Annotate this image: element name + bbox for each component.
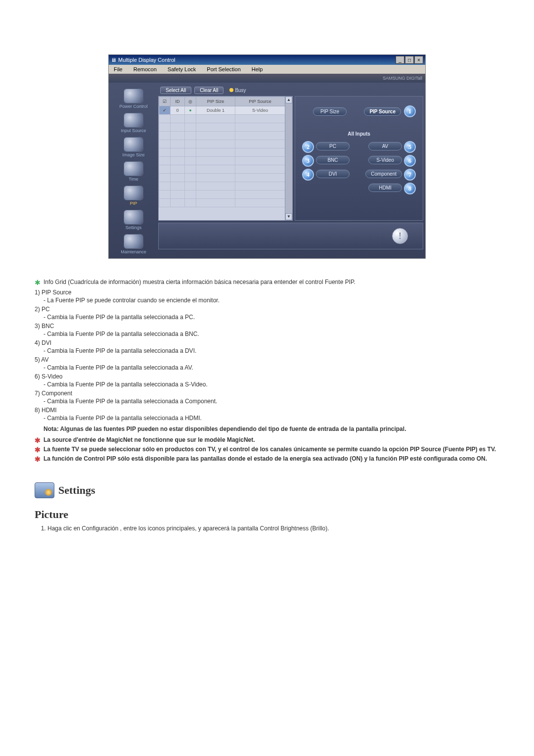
table-row[interactable] <box>159 140 285 148</box>
pip-size-button[interactable]: PIP Size <box>313 107 347 116</box>
menu-help[interactable]: Help <box>249 66 266 73</box>
image-size-icon <box>124 137 143 152</box>
numbered-item-desc: - Cambia la Fuente PIP de la pantalla se… <box>44 415 499 422</box>
marker-1: 1 <box>404 105 416 117</box>
busy-indicator: Busy <box>229 88 246 93</box>
numbered-item-desc: - Cambia la Fuente PIP de la pantalla se… <box>44 314 499 321</box>
picture-step-1: Haga clic en Configuración , entre los i… <box>47 525 499 532</box>
scroll-up-icon[interactable]: ▲ <box>285 96 292 103</box>
all-inputs-label: All Inputs <box>295 131 423 137</box>
bullet-icon: ✱ <box>35 456 41 463</box>
maximize-button[interactable]: □ <box>405 56 414 64</box>
table-row[interactable] <box>159 132 285 140</box>
marker-7: 7 <box>404 169 416 181</box>
sidebar-item-label: Maintenance <box>121 250 146 254</box>
menu-safety-lock[interactable]: Safety Lock <box>165 66 199 73</box>
numbered-item-desc: - Cambia la Fuente PIP de la pantalla se… <box>44 381 499 388</box>
menubar: File Remocon Safety Lock Port Selection … <box>109 65 425 74</box>
input-source-icon <box>124 113 143 128</box>
sidebar-item-settings[interactable]: Settings <box>111 209 156 232</box>
menu-file[interactable]: File <box>111 66 126 73</box>
input-dvi-button[interactable]: DVI <box>316 170 350 178</box>
sidebar-item-label: Input Source <box>121 129 146 133</box>
table-row[interactable] <box>159 190 285 199</box>
table-row[interactable] <box>159 115 285 123</box>
numbered-item-desc: - La Fuente PIP se puede controlar cuand… <box>44 297 499 304</box>
scrollbar[interactable]: ▲ ▼ <box>285 96 292 220</box>
table-row[interactable] <box>159 174 285 182</box>
clear-all-button[interactable]: Clear All <box>194 87 223 94</box>
input-hdmi-button[interactable]: HDMI <box>368 184 402 192</box>
numbered-item-desc: - Cambia la Fuente PIP de la pantalla se… <box>44 347 499 354</box>
input-svideo-button[interactable]: S-Video <box>368 156 402 164</box>
menu-remocon[interactable]: Remocon <box>131 66 160 73</box>
pip-source-button[interactable]: PIP Source <box>364 107 401 116</box>
sidebar-item-image-size[interactable]: Image Size <box>111 136 156 159</box>
numbered-item: 1) PIP Source <box>35 289 499 296</box>
red-note-2: La fuente TV se puede seleccionar sólo e… <box>44 446 499 453</box>
settings-heading-text: Settings <box>58 484 95 497</box>
menu-port-selection[interactable]: Port Selection <box>204 66 243 73</box>
table-row[interactable] <box>159 157 285 165</box>
brand-bar: SAMSUNG DIGITall <box>109 74 425 83</box>
sidebar-item-input-source[interactable]: Input Source <box>111 112 156 135</box>
close-button[interactable]: × <box>414 56 423 64</box>
table-row[interactable] <box>159 165 285 174</box>
info-grid: ☑ ID ◎ PIP Size PIP Source ✔ 0 ● Double … <box>158 96 293 221</box>
select-all-button[interactable]: Select All <box>160 87 191 94</box>
numbered-item-desc: - Cambia la Fuente PIP de la pantalla se… <box>44 364 499 371</box>
settings-heading: Settings <box>35 482 499 498</box>
pip-controls-panel: PIP Size PIP Source 1 All Inputs 2 PC AV… <box>295 96 423 221</box>
minimize-button[interactable]: _ <box>396 56 404 64</box>
sidebar-item-label: Power Control <box>119 104 147 109</box>
table-row[interactable] <box>159 123 285 132</box>
alert-icon: ! <box>392 228 408 244</box>
bullet-icon: ✱ <box>35 446 41 453</box>
numbered-item: 5) AV <box>35 356 499 363</box>
numbered-item: 8) HDMI <box>35 407 499 414</box>
pip-icon <box>124 186 143 200</box>
marker-4: 4 <box>302 169 314 181</box>
grid-header-pip-source: PIP Source <box>235 97 285 106</box>
numbered-item: 6) S-Video <box>35 373 499 380</box>
sidebar-item-label: Image Size <box>122 153 144 157</box>
sidebar-item-pip[interactable]: PIP <box>111 185 156 208</box>
table-row[interactable] <box>159 148 285 157</box>
red-note-3: La función de Control PIP sólo está disp… <box>44 455 499 463</box>
scroll-down-icon[interactable]: ▼ <box>285 213 292 220</box>
table-row[interactable] <box>159 182 285 190</box>
red-note-1: La source d'entrée de MagicNet ne foncti… <box>44 436 499 444</box>
marker-5: 5 <box>404 141 416 153</box>
sidebar-item-maintenance[interactable]: Maintenance <box>111 233 156 256</box>
sidebar-item-label: Time <box>129 177 138 182</box>
table-row[interactable] <box>159 199 285 207</box>
grid-header-id: ID <box>171 97 185 106</box>
marker-8: 8 <box>404 183 416 194</box>
table-row[interactable]: ✔ 0 ● Double 1 S-Video <box>159 106 285 115</box>
numbered-item: 3) BNC <box>35 323 499 330</box>
numbered-item: 7) Component <box>35 390 499 397</box>
sidebar-item-label: Settings <box>126 226 142 230</box>
numbered-item: 2) PC <box>35 306 499 313</box>
input-bnc-button[interactable]: BNC <box>316 156 350 164</box>
settings-icon <box>124 210 143 225</box>
sidebar-item-power-control[interactable]: Power Control <box>111 88 156 111</box>
grid-header-checkbox[interactable]: ☑ <box>159 97 171 106</box>
input-av-button[interactable]: AV <box>368 142 402 150</box>
marker-6: 6 <box>404 155 416 167</box>
bullet-icon: ✱ <box>35 437 41 444</box>
info-grid-note: Info Grid (Cuadrícula de información) mu… <box>44 279 356 285</box>
input-pc-button[interactable]: PC <box>316 142 350 150</box>
time-icon <box>124 161 143 176</box>
bullet-icon: ✱ <box>35 279 41 286</box>
app-window: 🖥 Multiple Display Control _ □ × File Re… <box>108 54 426 259</box>
numbered-item-desc: - Cambia la Fuente PIP de la pantalla se… <box>44 331 499 337</box>
power-control-icon <box>124 89 143 103</box>
window-titlebar: 🖥 Multiple Display Control _ □ × <box>109 55 425 65</box>
bold-note: Nota: Algunas de las fuentes PIP pueden … <box>44 425 499 432</box>
input-component-button[interactable]: Component <box>365 170 402 178</box>
footer-panel: ! <box>158 223 423 249</box>
sidebar-item-label: PIP <box>130 201 137 206</box>
sidebar-item-time[interactable]: Time <box>111 160 156 184</box>
marker-3: 3 <box>302 155 314 167</box>
